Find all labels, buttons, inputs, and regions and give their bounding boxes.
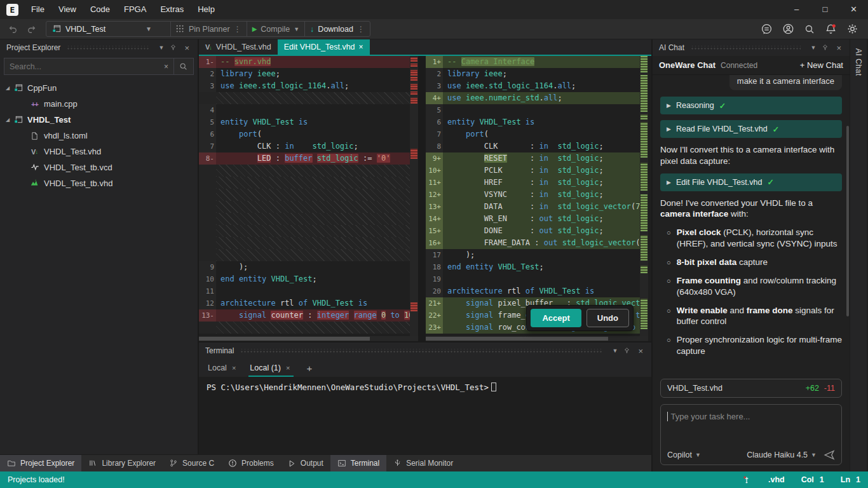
tool-call-chip[interactable]: ▶Read File VHDL_Test.vhd✓: [660, 120, 842, 138]
close-icon[interactable]: ×: [833, 43, 844, 53]
search-icon[interactable]: [804, 24, 815, 34]
kebab-menu-icon[interactable]: ⋮: [234, 25, 241, 34]
search-input[interactable]: [4, 62, 159, 71]
bottom-tab-serial-monitor[interactable]: Serial Monitor: [386, 455, 460, 471]
code-line: 4+use ieee.numeric_std.all;: [426, 92, 640, 104]
bottom-tab-label: Output: [301, 459, 323, 468]
bell-icon[interactable]: [825, 24, 836, 34]
tree-item-vhdl_ls.toml[interactable]: vhdl_ls.toml: [0, 128, 198, 144]
bottom-tab-source-c[interactable]: Source C: [163, 455, 221, 471]
terminal-tab[interactable]: Local (1)×: [248, 359, 294, 377]
gear-icon[interactable]: [847, 24, 858, 34]
search-icon[interactable]: [173, 58, 193, 74]
expand-arrow-icon[interactable]: ◢: [4, 117, 11, 123]
undo-button[interactable]: Undo: [587, 309, 629, 327]
bottom-tab-output[interactable]: Output: [281, 455, 330, 471]
minimize-button[interactable]: –: [782, 0, 811, 19]
chat-scrollbar[interactable]: [846, 126, 849, 316]
tool-call-chip[interactable]: ▶Reasoning✓: [660, 97, 842, 114]
tree-item-vhdl_test[interactable]: ◢VHDL_Test: [0, 112, 198, 128]
column-indicator[interactable]: Col1: [801, 475, 824, 484]
undo-icon[interactable]: [8, 25, 18, 34]
close-icon[interactable]: ×: [286, 364, 290, 372]
chevron-down-icon[interactable]: ▼: [609, 348, 621, 354]
line-number: 9: [199, 261, 216, 273]
overview-ruler-left[interactable]: [410, 56, 418, 336]
tool-call-chip[interactable]: ▶Edit File VHDL_Test.vhd✓: [660, 173, 842, 191]
bottom-tab-library-explorer[interactable]: Library Explorer: [81, 455, 163, 471]
diff-right-pane[interactable]: 1+-- Camera Interface2library ieee;3use …: [426, 56, 648, 341]
changed-file-chip[interactable]: VHDL_Test.vhd +62 -11: [660, 379, 842, 398]
chat-input-box[interactable]: Type your task here... Copilot ▼ Claude …: [660, 404, 842, 465]
new-chat-button[interactable]: + New Chat: [800, 60, 843, 70]
menu-extras[interactable]: Extras: [153, 0, 191, 19]
diff-left-pane[interactable]: 1--- svnr.vhd2library ieee;3use ieee.std…: [199, 56, 418, 341]
close-icon[interactable]: ×: [181, 43, 193, 53]
line-number: 6: [199, 128, 216, 140]
status-message: Projects loaded!: [8, 475, 65, 484]
device-disconnected-icon[interactable]: [742, 475, 752, 485]
terminal-output[interactable]: PS C:\Users\HendrikMennen\OneWareStudio\…: [199, 377, 651, 454]
tree-item-vhdl_test_tb.vcd[interactable]: VHDL_Test_tb.vcd: [0, 159, 198, 175]
text-caret: [667, 412, 668, 421]
download-button[interactable]: ↓ Download ⋮: [305, 22, 370, 36]
close-icon[interactable]: ×: [232, 364, 236, 372]
clear-search-icon[interactable]: ×: [159, 62, 173, 71]
horizontal-scrollbar[interactable]: [426, 336, 648, 341]
chat-messages[interactable]: make it a camera interface ▶Reasoning✓▶R…: [653, 75, 850, 376]
account-icon[interactable]: [783, 24, 794, 34]
line-number: 7: [199, 140, 216, 152]
diff-editor[interactable]: 1--- svnr.vhd2library ieee;3use ieee.std…: [199, 56, 651, 341]
tree-item-vhdl_test.vhd[interactable]: V↓VHDL_Test.vhd: [0, 144, 198, 159]
close-button[interactable]: ✕: [839, 0, 868, 19]
kebab-menu-icon[interactable]: ⋮: [357, 25, 365, 34]
model-selector[interactable]: Claude Haiku 4.5 ▼: [747, 451, 817, 459]
pin-planner-button[interactable]: Pin Planner ⋮: [171, 22, 247, 36]
new-terminal-button[interactable]: +: [302, 363, 316, 374]
close-icon[interactable]: ×: [359, 43, 363, 51]
send-icon[interactable]: [823, 449, 835, 460]
ai-chat-side-tab[interactable]: AI Chat: [854, 42, 863, 84]
chevron-down-icon[interactable]: ▼: [155, 44, 167, 51]
close-icon[interactable]: ×: [635, 346, 646, 356]
compile-button[interactable]: ▶ Compile ▼: [247, 22, 305, 36]
menu-file[interactable]: File: [24, 0, 51, 19]
comment-icon[interactable]: [761, 24, 772, 34]
overview-ruler-right[interactable]: [640, 56, 648, 336]
expand-arrow-icon[interactable]: ◢: [4, 85, 11, 91]
agent-selector[interactable]: Copilot ▼: [667, 451, 701, 459]
bottom-tab-terminal[interactable]: Terminal: [330, 455, 386, 471]
chevron-down-icon[interactable]: ▼: [807, 44, 819, 51]
editor-tab[interactable]: Edit VHDL_Test.vhd×: [278, 39, 370, 55]
menu-view[interactable]: View: [51, 0, 83, 19]
chat-provider[interactable]: OneWare Chat: [659, 60, 715, 70]
menu-help[interactable]: Help: [191, 0, 222, 19]
chevron-down-icon[interactable]: ▼: [294, 26, 299, 32]
terminal-tab[interactable]: Local×: [207, 359, 240, 377]
maximize-button[interactable]: □: [811, 0, 839, 19]
tree-item-vhdl_test_tb.vhd[interactable]: VHDL_Test_tb.vhd: [0, 175, 198, 191]
tree-item-main.cpp[interactable]: ++main.cpp: [0, 96, 198, 112]
project-icon: [13, 115, 24, 125]
search-box: ×: [4, 58, 194, 75]
bottom-tab-problems[interactable]: Problems: [221, 455, 281, 471]
pin-icon[interactable]: [167, 44, 181, 52]
project-selector[interactable]: VHDL_Test ▼: [46, 22, 171, 36]
accept-button[interactable]: Accept: [531, 309, 581, 327]
line-indicator[interactable]: Ln1: [841, 475, 860, 484]
bottom-tab-project-explorer[interactable]: Project Explorer: [0, 455, 81, 471]
redo-icon[interactable]: [27, 25, 37, 34]
code-line: 3use ieee.std_logic_1164.all;: [199, 80, 410, 92]
code-line: 7 port(: [426, 128, 640, 140]
horizontal-scrollbar[interactable]: [199, 336, 418, 341]
menu-fpga[interactable]: FPGA: [117, 0, 153, 19]
usb-icon: [393, 459, 402, 468]
editor-tab[interactable]: V↓VHDL_Test.vhd: [199, 39, 278, 55]
pin-icon[interactable]: [819, 44, 833, 52]
file-extension-indicator[interactable]: .vhd: [768, 475, 785, 484]
tool-call-label: Reasoning: [676, 101, 714, 110]
pin-icon[interactable]: [621, 347, 635, 355]
diff-pane-divider[interactable]: [418, 56, 426, 341]
menu-code[interactable]: Code: [83, 0, 117, 19]
tree-item-cppfun[interactable]: ◢CppFun: [0, 80, 198, 96]
